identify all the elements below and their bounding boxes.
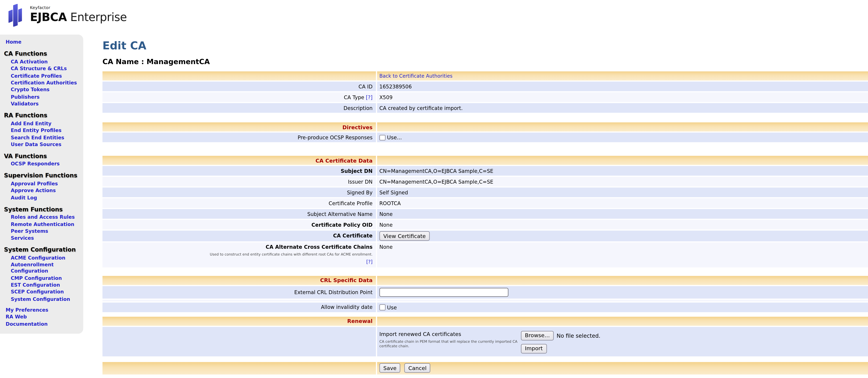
signed-by-value: Self Signed [377,187,868,197]
subject-alternative-name-label: Subject Alternative Name [102,209,376,219]
browse-button[interactable]: Browse… [521,331,554,340]
sidebar-item-add-end-entity[interactable]: Add End Entity [11,121,82,127]
file-picker: Browse…No file selected. [521,331,600,340]
table-row: Subject Alternative Name None [102,209,868,219]
brand-edition: Enterprise [70,10,127,24]
allow-invalidity-date-checkbox[interactable] [379,304,385,311]
sidebar-item-system-configuration[interactable]: System Configuration [11,296,82,302]
renewal-table: Renewal Import renewed CA certificates C… [101,316,868,357]
sidebar-item-remote-authentication[interactable]: Remote Authentication [11,221,82,228]
brand-keyfactor: Keyfactor [30,6,127,10]
sidebar-item-publishers[interactable]: Publishers [11,94,82,100]
header-spacer-cell [377,317,868,326]
section-header-row: CRL Specific Data [102,276,868,285]
table-row: Import renewed CA certificates CA certif… [102,327,868,356]
certificate-profile-label: Certificate Profile [102,198,376,208]
ca-name-heading: CA Name : ManagementCA [102,57,868,66]
sidebar-item-documentation[interactable]: Documentation [6,321,82,327]
sidebar-item-ca-activation[interactable]: CA Activation [11,59,82,65]
table-row: External CRL Distribution Point [102,286,868,299]
page-title: Edit CA [102,39,868,52]
renewal-controls-column: Browse…No file selected. Import [521,331,600,353]
ca-type-help-link[interactable]: [?] [366,94,373,100]
sidebar-item-audit-log[interactable]: Audit Log [11,195,82,201]
sidebar-item-ra-web[interactable]: RA Web [6,314,82,320]
edit-ca-screen: Keyfactor EJBCA Enterprise Home CA Funct… [0,0,868,378]
subject-dn-value: CN=ManagementCA,O=EJBCA Sample,C=SE [377,166,868,176]
spacer-row [102,300,868,301]
cross-certificate-chains-help-text: Used to construct end entity certificate… [103,252,373,257]
sidebar-section-ra-functions: RA Functions [4,112,82,118]
cancel-button[interactable]: Cancel [404,364,431,373]
renewal-text-column: Import renewed CA certificates CA certif… [379,331,521,353]
ca-certificate-label: CA Certificate [102,231,376,241]
directives-table: Directives Pre-produce OCSP Responses Us… [101,121,868,143]
ca-type-label-text: CA Type [344,94,364,100]
sidebar-item-autoenrollment-configuration[interactable]: Autoenrollment Configuration [11,262,82,274]
spacer-cell [102,300,376,301]
cross-certificate-chains-help-link[interactable]: [?] [366,259,373,265]
table-row: Signed By Self Signed [102,187,868,197]
sidebar-item-services[interactable]: Services [11,235,82,242]
sidebar: Home CA Functions CA Activation CA Struc… [0,35,83,334]
external-crl-distribution-point-input[interactable] [379,288,508,297]
brand-text: Keyfactor EJBCA Enterprise [30,4,127,23]
preproduce-ocsp-checkbox[interactable] [379,135,385,141]
sidebar-item-ocsp-responders[interactable]: OCSP Responders [11,161,82,168]
certificate-policy-oid-value: None [377,220,868,229]
description-value: CA created by certificate import. [377,103,868,113]
table-row: Certificate Profile ROOTCA [102,198,868,208]
import-button[interactable]: Import [521,344,547,353]
table-row: CA Certificate View Certificate [102,231,868,241]
certificate-policy-oid-label: Certificate Policy OID [102,220,376,229]
table-row: Certificate Policy OID None [102,220,868,229]
allow-invalidity-date-label: Allow invalidity date [102,302,376,312]
section-header-row: CA Certificate Data [102,156,868,165]
sidebar-item-approval-profiles[interactable]: Approval Profiles [11,181,82,187]
sidebar-item-approve-actions[interactable]: Approve Actions [11,188,82,194]
sidebar-item-acme-configuration[interactable]: ACME Configuration [11,255,82,261]
ca-certificate-data-section-title: CA Certificate Data [315,157,373,164]
sidebar-item-validators[interactable]: Validators [11,101,82,107]
sidebar-item-scep-configuration[interactable]: SCEP Configuration [11,289,82,295]
sidebar-section-supervision-functions: Supervision Functions [4,172,82,179]
table-row: Pre-produce OCSP Responses Use... [102,133,868,142]
sidebar-item-est-configuration[interactable]: EST Configuration [11,282,82,288]
viewport: Keyfactor EJBCA Enterprise Home CA Funct… [0,0,868,378]
issuer-dn-value: CN=ManagementCA,O=EJBCA Sample,C=SE [377,177,868,186]
view-certificate-button[interactable]: View Certificate [379,231,430,241]
sidebar-item-end-entity-profiles[interactable]: End Entity Profiles [11,127,82,134]
sidebar-item-cmp-configuration[interactable]: CMP Configuration [11,275,82,282]
sidebar-section-ca-functions: CA Functions [4,50,82,57]
sidebar-item-user-data-sources[interactable]: User Data Sources [11,142,82,148]
sidebar-item-ca-structure-crls[interactable]: CA Structure & CRLs [11,66,82,72]
section-header-row: Renewal [102,317,868,326]
table-row: CA Type [?] X509 [102,92,868,102]
ca-id-label: CA ID [102,82,376,91]
table-row: Description CA created by certificate im… [102,103,868,113]
crl-specific-data-table: CRL Specific Data External CRL Distribut… [101,274,868,313]
sidebar-item-home[interactable]: Home [6,39,82,46]
save-button[interactable]: Save [379,364,401,373]
header-spacer-cell [377,276,868,285]
back-to-certificate-authorities-link[interactable]: Back to Certificate Authorities [379,73,453,79]
sidebar-item-roles-and-access-rules[interactable]: Roles and Access Rules [11,214,82,221]
sidebar-item-peer-systems[interactable]: Peer Systems [11,228,82,234]
renewal-spacer-cell [102,327,376,356]
renewal-section-title: Renewal [347,318,373,324]
header-spacer-cell [102,71,376,81]
import-renewed-help-text: CA certificate chain in PEM format that … [379,339,521,348]
sidebar-item-search-end-entities[interactable]: Search End Entities [11,135,82,141]
sidebar-section-va-functions: VA Functions [4,152,82,159]
sidebar-item-certificate-profiles[interactable]: Certificate Profiles [11,73,82,79]
sidebar-item-certification-authorities[interactable]: Certification Authorities [11,80,82,86]
sidebar-item-crypto-tokens[interactable]: Crypto Tokens [11,87,82,93]
table-row: Subject DN CN=ManagementCA,O=EJBCA Sampl… [102,166,868,176]
table-row: Issuer DN CN=ManagementCA,O=EJBCA Sample… [102,177,868,186]
allow-invalidity-date-checkbox-label: Use [387,304,397,311]
brand-ejbca: EJBCA [30,10,67,24]
sidebar-item-my-preferences[interactable]: My Preferences [6,307,82,313]
general-info-table: Back to Certificate Authorities CA ID 16… [101,70,868,114]
table-row: CA Alternate Cross Certificate Chains Us… [102,242,868,267]
external-crl-distribution-point-label: External CRL Distribution Point [102,286,376,299]
